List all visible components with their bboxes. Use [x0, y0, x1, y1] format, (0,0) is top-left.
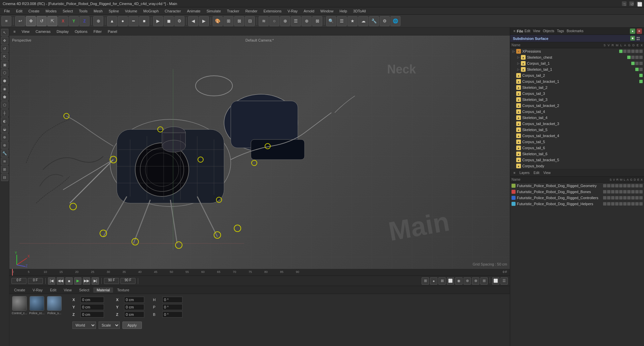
toolbar-zaxis[interactable]: Z [79, 16, 90, 26]
obj-grid5[interactable] [639, 50, 643, 53]
transport-icon-7[interactable]: ⊞ [480, 277, 488, 285]
menu-file[interactable]: File [1, 8, 13, 14]
obj-active-green-icon[interactable]: ● [630, 28, 635, 34]
toolbar-python[interactable]: 🔍 [326, 16, 336, 26]
vp-panel-btn[interactable]: Panel [106, 29, 119, 34]
tool-addbox[interactable]: ⊞ [1, 166, 8, 173]
transport-next-frame[interactable]: ▶▶ [83, 277, 90, 285]
layers-view-btn[interactable]: View [542, 171, 552, 175]
layers-menu-btn[interactable]: ≡ [512, 171, 517, 175]
transform-mode-select[interactable]: Scale Move Rotate [99, 322, 120, 329]
coord-z-pos[interactable] [80, 311, 104, 318]
material-item-police[interactable]: Police_cc... [29, 296, 45, 315]
toolbar-vray6[interactable]: ⊠ [312, 16, 322, 26]
obj-manager-bookmarks-btn[interactable]: Bookmarks [566, 29, 585, 33]
tool-addcircle[interactable]: ⊕ [1, 133, 8, 141]
toolbar-tex[interactable]: ⊟ [245, 16, 255, 26]
layer-controllers[interactable]: Futuristic_Police_Robot_Dog_Rigged_Contr… [510, 195, 644, 201]
layers-tab[interactable]: Layers [518, 171, 531, 175]
vp-cameras-btn[interactable]: Cameras [34, 29, 53, 34]
menu-tools[interactable]: Tools [76, 8, 90, 14]
coord-x-pos[interactable] [80, 297, 104, 303]
menu-spline[interactable]: Spline [106, 8, 122, 14]
vp-menu-btn[interactable]: ≡ [11, 29, 17, 34]
toolbar-poly-mode[interactable]: ■ [139, 16, 149, 26]
transport-end-frame[interactable]: 90 F [104, 278, 119, 284]
vp-options-btn[interactable]: Options [73, 29, 90, 34]
vp-refresh-icon[interactable]: ↺ [629, 1, 635, 7]
menu-edit[interactable]: Edit [13, 8, 25, 14]
obj-manager-tags-btn[interactable]: Tags [555, 29, 565, 33]
toolbar-settings[interactable]: ⚙ [174, 16, 184, 26]
transport-prev-frame[interactable]: ◀◀ [57, 277, 64, 285]
toolbar-move-tool[interactable]: ✥ [26, 16, 36, 26]
transport-start-frame[interactable]: 0 F [11, 278, 26, 284]
toolbar-render[interactable]: ⊞ [223, 16, 233, 26]
obj-grid3[interactable] [631, 50, 635, 53]
menu-volume[interactable]: Volume [122, 8, 140, 14]
transport-goto-start[interactable]: |◀ [48, 277, 55, 285]
obj-corpus-tail-6[interactable]: ▲ Corpus_tail_6 [510, 145, 644, 151]
tool-polygon[interactable]: ⬡ [1, 69, 8, 76]
vp-maximize-icon[interactable]: ⬜ [637, 1, 643, 7]
tool-rotate[interactable]: ↺ [1, 45, 8, 52]
obj-corpus-tail-bracket-3[interactable]: ▲ Corpus_tail_bracket_3 [510, 121, 644, 127]
toolbar-edge-mode[interactable]: ━ [128, 16, 139, 26]
layer-helpers[interactable]: Futuristic_Police_Robot_Dog_Rigged_Helpe… [510, 201, 644, 207]
toolbar-xaxis[interactable]: X [58, 16, 68, 26]
tool-mirror[interactable]: ◐ [1, 117, 8, 125]
menu-3dtoall[interactable]: 3DToAll [351, 8, 369, 14]
tool-removebox[interactable]: ⊟ [1, 174, 8, 181]
tool-paint[interactable]: ⬠ [1, 101, 8, 109]
coord-y-pos[interactable] [80, 304, 104, 310]
tool-grid[interactable]: ≋ [1, 158, 8, 165]
transport-play[interactable]: ▶ [74, 277, 82, 285]
toolbar-point-mode[interactable]: ● [118, 16, 128, 26]
obj-corpus-tail-1[interactable]: ▷ ▲ Corpus_tail_1 [510, 60, 644, 66]
transport-goto-end[interactable]: ▶| [92, 277, 99, 285]
tab-select[interactable]: Select [76, 287, 93, 293]
obj-corpus-tail-bracket-2[interactable]: ▲ Corpus_tail_bracket_2 [510, 103, 644, 109]
material-item-police2[interactable]: Police_s... [46, 296, 62, 315]
tool-wrench[interactable]: 🔧 [1, 150, 8, 157]
menu-create[interactable]: Create [26, 8, 42, 14]
transport-icon-5[interactable]: ⊕ [464, 277, 471, 285]
obj-skeleton-tail-1[interactable]: ▷ ▲ Skeleton_tail_1 [510, 66, 644, 72]
menu-vray[interactable]: V-Ray [285, 8, 300, 14]
transport-icon-9[interactable]: ☰ [500, 277, 508, 285]
transport-icon-4[interactable]: ◉ [455, 277, 463, 285]
tab-edit[interactable]: Edit [47, 287, 60, 293]
toolbar-add-btn[interactable]: ⊕ [93, 16, 103, 26]
layer-geometry[interactable]: Futuristic_Police_Robot_Dog_Rigged_Geome… [510, 183, 644, 189]
apply-button[interactable]: Apply [122, 322, 142, 329]
menu-arnold[interactable]: Arnold [301, 8, 317, 14]
coord-b-val[interactable] [162, 311, 182, 318]
obj-corpus-tail-bracket-4[interactable]: ▲ Corpus_tail_bracket_4 [510, 133, 644, 139]
obj-manager-edit-btn[interactable]: Edit [523, 29, 532, 33]
tool-cross[interactable]: ┼ [1, 109, 8, 117]
tool-select[interactable]: ↖ [1, 29, 8, 36]
tool-hex[interactable]: ⬢ [1, 77, 8, 84]
toolbar-vray3[interactable]: ⊕ [280, 16, 290, 26]
toolbar-vray4[interactable]: ☰ [291, 16, 301, 26]
transport-icon-3[interactable]: ⬜ [447, 277, 454, 285]
obj-manager-menu-btn[interactable]: ≡ [512, 29, 517, 33]
obj-corpus-tail-5[interactable]: ▲ Corpus_tail_5 [510, 139, 644, 145]
transport-icon-2[interactable]: ⊠ [438, 277, 446, 285]
transport-icon-8[interactable]: ⬜ [492, 277, 499, 285]
layers-edit-btn[interactable]: Edit [532, 171, 541, 175]
menu-tracker[interactable]: Tracker [224, 8, 242, 14]
tab-texture[interactable]: Texture [114, 287, 132, 293]
subdiv-grid-icon[interactable] [636, 36, 641, 41]
toolbar-play[interactable]: ▶ [153, 16, 163, 26]
toolbar-obj-mode[interactable]: ▲ [107, 16, 117, 26]
menu-animate[interactable]: Animate [184, 8, 203, 14]
toolbar-scale-tool[interactable]: ⇱ [47, 16, 57, 26]
menu-render[interactable]: Render [243, 8, 260, 14]
toolbar-gear[interactable]: ⚙ [380, 16, 390, 26]
transport-icon-1[interactable]: ⊞ [422, 277, 429, 285]
tab-view[interactable]: View [60, 287, 75, 293]
obj-skeleton-tail-6[interactable]: ▲ Skeleton_tail_6 [510, 151, 644, 157]
coord-h-val[interactable] [162, 297, 182, 303]
menu-select[interactable]: Select [60, 8, 76, 14]
